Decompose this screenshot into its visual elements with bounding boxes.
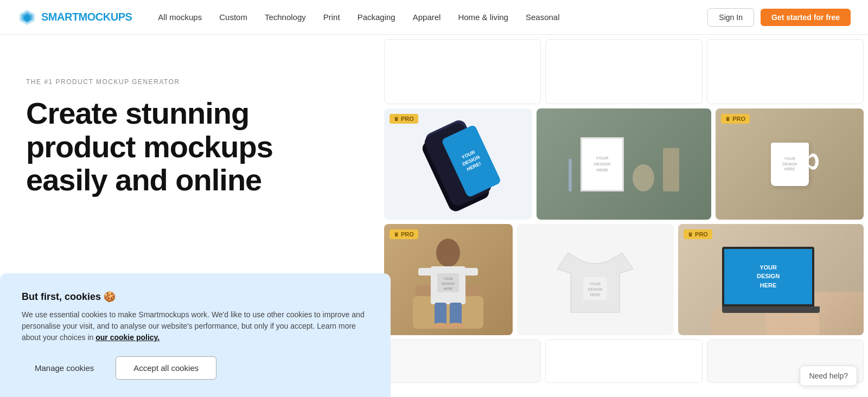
laptop-base xyxy=(722,306,820,313)
mockup-card-empty-1[interactable] xyxy=(384,39,541,104)
pro-badge-laptop: PRO xyxy=(684,229,712,239)
logo-text: SMARTMOCKUPS xyxy=(41,11,132,23)
mockup-card-bottom-1[interactable] xyxy=(384,340,541,383)
svg-rect-11 xyxy=(418,268,432,276)
nav-print[interactable]: Print xyxy=(323,12,340,22)
phone-screen: YOURDESIGNHERE! xyxy=(441,124,501,198)
phone-screen-text: YOURDESIGNHERE! xyxy=(459,148,484,173)
mockup-card-empty-2[interactable] xyxy=(545,39,702,104)
cookie-banner: But first, cookies 🍪 We use essential co… xyxy=(0,273,391,397)
person-figure: YOUR DESIGN HERE xyxy=(410,231,486,329)
nav-apparel[interactable]: Apparel xyxy=(413,12,441,22)
navbar: SMARTMOCKUPS All mockups Custom Technolo… xyxy=(0,0,868,35)
svg-rect-12 xyxy=(464,268,478,276)
cookie-body: We use essential cookies to make Smartmo… xyxy=(22,309,369,343)
nav-links: All mockups Custom Technology Print Pack… xyxy=(158,12,707,22)
mockup-card-tshirt[interactable]: YOUR DESIGN HERE xyxy=(517,224,674,335)
phone-mockup: YOURDESIGNHERE! xyxy=(409,112,507,216)
mockup-card-person[interactable]: PRO YOUR DESIGN HERE xyxy=(384,224,513,335)
frame-mockup: YOURDESIGNHERE xyxy=(580,137,624,191)
laptop-screen: YOURDESIGNHERE xyxy=(722,247,814,306)
signin-button[interactable]: Sign In xyxy=(707,8,754,27)
mockup-row-bot: PRO YOUR DESIGN HERE xyxy=(384,224,864,335)
pro-badge-person: PRO xyxy=(390,229,418,239)
mug-handle xyxy=(808,153,819,170)
get-started-button[interactable]: Get started for free xyxy=(761,9,851,26)
nav-seasonal[interactable]: Seasonal xyxy=(526,12,560,22)
main-content: THE #1 PRODUCT MOCKUP GENERATOR Create s… xyxy=(0,35,868,397)
hero-title: Create stunning product mockups easily a… xyxy=(26,97,354,197)
mockup-card-laptop[interactable]: PRO YOURDESIGNHERE xyxy=(678,224,864,335)
hero-subtitle: THE #1 PRODUCT MOCKUP GENERATOR xyxy=(26,78,354,86)
need-help-widget[interactable]: Need help? xyxy=(800,366,857,386)
mockup-card-phone[interactable]: PRO YOURDESIGNHERE! xyxy=(384,108,532,220)
mockup-row-mid: PRO YOURDESIGNHERE! YOURDESIGNHERE xyxy=(384,108,864,220)
mockup-card-empty-3[interactable] xyxy=(707,39,864,104)
mug-text: YOURDESIGNHERE xyxy=(782,156,797,172)
phone-body: YOURDESIGNHERE! xyxy=(423,120,494,208)
svg-text:HERE: HERE xyxy=(444,287,453,290)
cookie-policy-link[interactable]: our cookie policy. xyxy=(95,333,159,342)
nav-technology[interactable]: Technology xyxy=(265,12,306,22)
svg-text:YOUR: YOUR xyxy=(444,277,454,280)
nav-custom[interactable]: Custom xyxy=(219,12,247,22)
mockup-row-last xyxy=(384,340,864,383)
pro-badge-mug: PRO xyxy=(721,114,750,124)
mockup-card-mug[interactable]: PRO YOURDESIGNHERE xyxy=(716,108,864,220)
svg-text:DESIGN: DESIGN xyxy=(442,282,455,285)
nav-actions: Sign In Get started for free xyxy=(707,8,851,27)
logo-icon xyxy=(17,8,37,27)
nav-packaging[interactable]: Packaging xyxy=(358,12,395,22)
laptop-screen-text: YOURDESIGNHERE xyxy=(757,263,780,290)
nav-home-living[interactable]: Home & living xyxy=(458,12,508,22)
pro-badge-phone: PRO xyxy=(390,114,418,124)
cookie-title: But first, cookies 🍪 xyxy=(22,291,369,303)
svg-text:DESIGN: DESIGN xyxy=(588,287,603,291)
svg-text:HERE: HERE xyxy=(590,293,601,297)
accept-cookies-button[interactable]: Accept all cookies xyxy=(116,356,216,380)
mockup-row-top xyxy=(384,39,864,104)
tshirt-svg: YOUR DESIGN HERE xyxy=(552,236,639,323)
mockup-card-bottom-spacer xyxy=(545,340,702,383)
cookie-actions: Manage cookies Accept all cookies xyxy=(22,356,369,380)
nav-all-mockups[interactable]: All mockups xyxy=(158,12,202,22)
mug-shape: YOURDESIGNHERE xyxy=(771,143,809,186)
mockup-area: PRO YOURDESIGNHERE! YOURDESIGNHERE xyxy=(380,35,868,397)
manage-cookies-button[interactable]: Manage cookies xyxy=(22,357,107,379)
svg-point-5 xyxy=(436,239,460,267)
hero-section: THE #1 PRODUCT MOCKUP GENERATOR Create s… xyxy=(0,35,380,397)
logo[interactable]: SMARTMOCKUPS xyxy=(17,8,132,27)
svg-text:YOUR: YOUR xyxy=(590,282,601,286)
mockup-card-furniture[interactable]: YOURDESIGNHERE xyxy=(537,108,711,220)
